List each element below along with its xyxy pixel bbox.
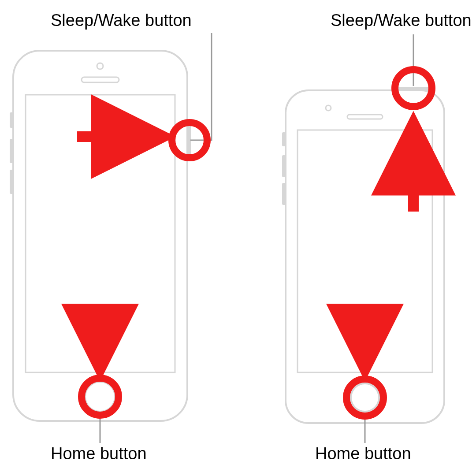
highlight-circle-sleep-right (395, 70, 432, 107)
svg-rect-13 (282, 183, 286, 205)
svg-rect-1 (26, 95, 175, 372)
svg-point-3 (97, 63, 103, 69)
home-button-label-left: Home button (51, 444, 147, 463)
diagram (0, 0, 476, 476)
highlight-circle-home-left (82, 378, 119, 415)
svg-rect-5 (10, 139, 13, 163)
home-button-left (85, 382, 115, 412)
highlight-circle-home-right (346, 379, 383, 416)
phone-right (282, 87, 444, 423)
sleep-wake-button-right (397, 87, 430, 90)
home-button-right (351, 383, 379, 412)
phone-left (10, 51, 191, 421)
sleep-wake-label-left: Sleep/Wake button (51, 11, 192, 30)
svg-rect-8 (298, 130, 432, 372)
highlight-circle-sleep-left (172, 123, 207, 158)
svg-rect-6 (10, 170, 13, 194)
home-button-label-right: Home button (315, 444, 411, 463)
svg-rect-9 (347, 115, 383, 119)
sleep-wake-label-right: Sleep/Wake button (331, 11, 472, 30)
svg-point-10 (326, 105, 331, 111)
leadline-sleep-left (190, 33, 212, 140)
svg-rect-7 (286, 90, 444, 423)
svg-rect-11 (282, 132, 286, 146)
svg-rect-4 (10, 112, 13, 128)
svg-rect-12 (282, 155, 286, 177)
sleep-wake-button-left (187, 123, 191, 159)
svg-rect-0 (13, 51, 187, 421)
svg-rect-2 (82, 77, 119, 82)
